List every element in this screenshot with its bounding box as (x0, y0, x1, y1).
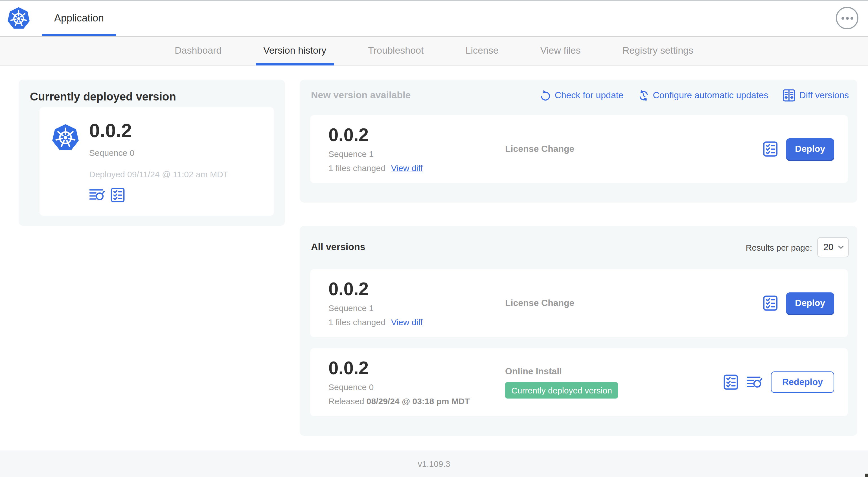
currently-deployed-title: Currently deployed version (30, 90, 274, 103)
active-tab-underline (42, 34, 116, 36)
new-version-section: New version available Check for update C… (300, 80, 857, 203)
deploy-logs-icon[interactable] (747, 376, 763, 389)
diff-icon (783, 89, 796, 101)
corner-artifact (865, 474, 868, 477)
preflight-checks-icon[interactable] (763, 141, 777, 157)
version-source: License Change (505, 144, 763, 154)
deploy-button[interactable]: Deploy (786, 138, 834, 160)
version-number: 0.0.2 (329, 280, 505, 298)
view-diff-link[interactable]: View diff (391, 317, 423, 327)
kots-admin-page: Application Dashboard Version history Tr… (0, 0, 868, 477)
tab-license[interactable]: License (458, 37, 506, 65)
deployed-version-number: 0.0.2 (89, 121, 228, 141)
version-sequence: Sequence 0 (329, 382, 505, 391)
files-changed: 1 files changed (329, 317, 385, 327)
tab-view-files[interactable]: View files (532, 37, 589, 65)
preflight-checks-icon[interactable] (111, 187, 125, 202)
kubernetes-logo-icon (52, 123, 79, 151)
version-number: 0.0.2 (329, 126, 505, 144)
version-number: 0.0.2 (329, 359, 505, 377)
ellipsis-icon (841, 17, 844, 20)
version-sequence: Sequence 1 (329, 303, 505, 312)
tab-dashboard[interactable]: Dashboard (167, 37, 229, 65)
view-diff-link[interactable]: View diff (391, 163, 423, 173)
version-row: 0.0.2 Sequence 1 1 files changed View di… (310, 269, 848, 337)
schedule-icon (638, 90, 649, 101)
configure-automatic-updates-link[interactable]: Configure automatic updates (638, 90, 768, 101)
overflow-menu-button[interactable] (836, 7, 859, 29)
kubernetes-logo-icon (7, 6, 30, 30)
tab-registry-settings[interactable]: Registry settings (615, 37, 701, 65)
released-label: Released (329, 396, 364, 406)
released-timestamp: 08/29/24 @ 03:18 pm MDT (367, 396, 470, 406)
new-version-row: 0.0.2 Sequence 1 1 files changed View di… (310, 115, 848, 183)
chevron-down-icon (838, 245, 844, 249)
deploy-logs-icon[interactable] (89, 188, 105, 201)
tab-version-history[interactable]: Version history (255, 37, 334, 65)
diff-versions-link[interactable]: Diff versions (783, 89, 849, 101)
console-version: v1.109.3 (417, 459, 450, 469)
preflight-checks-icon[interactable] (723, 374, 738, 390)
version-sequence: Sequence 1 (329, 149, 505, 158)
all-versions-section: All versions Results per page: 20 0.0.2 … (300, 226, 857, 436)
version-source: Online Install (505, 366, 723, 376)
deploy-button[interactable]: Deploy (786, 292, 834, 314)
version-source: License Change (505, 298, 763, 308)
results-per-page-select[interactable]: 20 (817, 237, 849, 258)
redeploy-button[interactable]: Redeploy (771, 371, 834, 393)
check-for-update-link[interactable]: Check for update (540, 90, 624, 101)
page-footer: v1.109.3 (0, 450, 868, 477)
deployed-timestamp: Deployed 09/11/24 @ 11:02 am MDT (89, 169, 228, 179)
files-changed: 1 files changed (329, 163, 385, 173)
deployed-version-card: 0.0.2 Sequence 0 Deployed 09/11/24 @ 11:… (39, 107, 274, 216)
tab-troubleshoot[interactable]: Troubleshoot (360, 37, 431, 65)
app-tab[interactable]: Application (42, 0, 116, 36)
app-tab-label: Application (54, 12, 104, 24)
top-hairline (0, 0, 868, 1)
app-navbar: Dashboard Version history Troubleshoot L… (0, 36, 868, 65)
version-row: 0.0.2 Sequence 0 Released08/29/24 @ 03:1… (310, 348, 848, 416)
results-per-page-label: Results per page: (746, 242, 812, 252)
all-versions-title: All versions (311, 242, 365, 253)
results-per-page-value: 20 (824, 242, 834, 252)
active-tab-underline (255, 63, 334, 65)
currently-deployed-badge: Currently deployed version (505, 382, 618, 398)
new-version-title: New version available (311, 90, 410, 101)
preflight-checks-icon[interactable] (763, 295, 777, 311)
refresh-icon (540, 90, 551, 101)
deployed-sequence: Sequence 0 (89, 148, 228, 157)
currently-deployed-card: Currently deployed version 0.0.2 Sequenc… (19, 80, 285, 226)
app-header: Application (0, 0, 868, 36)
main-content: Currently deployed version 0.0.2 Sequenc… (0, 65, 868, 450)
